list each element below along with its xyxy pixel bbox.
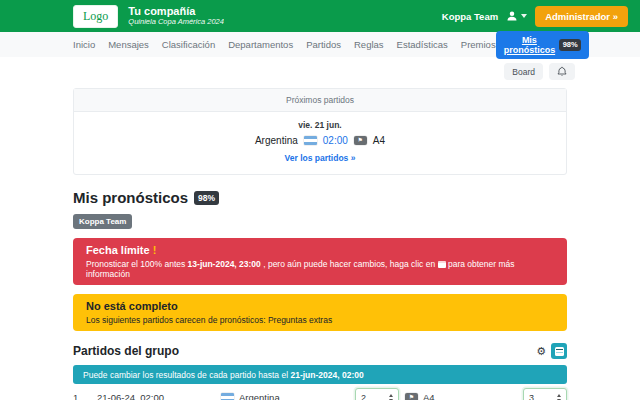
- upcoming-match-date: vie. 21 jun.: [74, 120, 566, 130]
- upcoming-team2-name: A4: [373, 135, 385, 146]
- admin-button[interactable]: Administrador »: [535, 6, 628, 27]
- nav-link-inicio[interactable]: Inicio: [73, 39, 95, 50]
- see-all-matches-link[interactable]: Ver los partidos »: [285, 153, 356, 163]
- nav-links: InicioMensajesClasificaciónDepartamentos…: [73, 39, 496, 50]
- my-predictions-button[interactable]: Mis pronósticos 98%: [496, 31, 590, 59]
- header-titles: Tu compañía Quiniela Copa América 2024: [128, 5, 224, 26]
- chevron-down-icon: [521, 14, 527, 18]
- spinner-arrows-icon: [389, 394, 393, 400]
- exclamation-mark: !: [153, 244, 157, 256]
- team2-name: A4: [423, 392, 435, 400]
- team1-score-select[interactable]: 2: [355, 388, 399, 400]
- upcoming-card-title: Próximos partidos: [74, 89, 566, 112]
- main-nav: InicioMensajesClasificaciónDepartamentos…: [0, 32, 640, 57]
- calendar-icon: [438, 261, 446, 268]
- person-icon: [506, 10, 518, 22]
- gear-icon[interactable]: ⚙: [536, 346, 546, 357]
- calendar-view-button[interactable]: [551, 343, 567, 359]
- deadline-datetime: 13-jun-2024, 23:00: [188, 259, 261, 269]
- user-menu[interactable]: [506, 10, 527, 22]
- nav-link-clasificacin[interactable]: Clasificación: [162, 39, 215, 50]
- notifications-button[interactable]: [549, 63, 575, 80]
- match-datetime: 21-06-24, 02:00: [97, 392, 221, 400]
- incomplete-alert-title: No está completo: [86, 300, 554, 312]
- edit-deadline-datetime: 21-jun-2024, 02:00: [290, 370, 363, 380]
- incomplete-alert-text: Los siguientes partidos carecen de pronó…: [86, 315, 554, 325]
- user-name: Koppa Team: [442, 11, 498, 22]
- upcoming-team1-name: Argentina: [255, 135, 298, 146]
- argentina-flag-icon: [304, 136, 317, 145]
- deadline-alert-text: Pronosticar el 100% antes 13-jun-2024, 2…: [86, 259, 554, 279]
- team1-name: Argentina: [239, 392, 280, 400]
- upcoming-match-time-link[interactable]: 02:00: [323, 135, 348, 146]
- top-toolrow: Board: [0, 57, 640, 80]
- my-predictions-label: Mis pronósticos: [504, 35, 556, 55]
- upcoming-match-line: Argentina 02:00 ⚑ A4: [74, 135, 566, 146]
- nav-link-departamentos[interactable]: Departamentos: [228, 39, 293, 50]
- predictions-progress-badge: 98%: [559, 39, 581, 51]
- match-row: 1 21-06-24, 02:00 Argentina 2 ⚑ A4 3: [73, 384, 567, 400]
- match-rows: 1 21-06-24, 02:00 Argentina 2 ⚑ A4 3 2 2…: [73, 384, 567, 400]
- calendar-icon: [555, 347, 564, 356]
- team1-flag-icon: [221, 393, 234, 400]
- team2-flag-icon: ⚑: [405, 393, 418, 400]
- team-badge[interactable]: Koppa Team: [73, 214, 132, 229]
- match-number: 1: [73, 392, 97, 400]
- board-button[interactable]: Board: [504, 63, 543, 80]
- group-matches-heading-row: Partidos del grupo ⚙: [73, 343, 567, 359]
- group-matches-title: Partidos del grupo: [73, 344, 179, 358]
- team1-score-value: 2: [361, 393, 389, 400]
- placeholder-flag-icon: ⚑: [354, 136, 367, 145]
- deadline-alert: Fecha límite ! Pronosticar el 100% antes…: [73, 238, 567, 285]
- bell-icon: [557, 66, 567, 77]
- edit-deadline-info-bar: Puede cambiar los resultados de cada par…: [73, 365, 567, 384]
- pool-subtitle: Quiniela Copa América 2024: [128, 18, 224, 27]
- spinner-arrows-icon: [557, 394, 561, 400]
- deadline-alert-title: Fecha límite !: [86, 244, 554, 256]
- predictions-heading-row: Mis pronósticos 98%: [73, 189, 567, 206]
- team2-score-value: 3: [529, 393, 557, 400]
- nav-link-premios[interactable]: Premios: [461, 39, 496, 50]
- nav-link-reglas[interactable]: Reglas: [354, 39, 384, 50]
- nav-link-mensajes[interactable]: Mensajes: [108, 39, 149, 50]
- incomplete-alert: No está completo Los siguientes partidos…: [73, 294, 567, 331]
- upcoming-matches-card: Próximos partidos vie. 21 jun. Argentina…: [73, 88, 567, 175]
- logo: Logo: [73, 5, 118, 28]
- nav-link-estadsticas[interactable]: Estadísticas: [397, 39, 448, 50]
- page-title: Mis pronósticos: [73, 189, 188, 206]
- team2-score-select[interactable]: 3: [523, 388, 567, 400]
- app-header: Logo Tu compañía Quiniela Copa América 2…: [0, 0, 640, 32]
- nav-link-partidos[interactable]: Partidos: [306, 39, 341, 50]
- progress-badge: 98%: [194, 191, 219, 205]
